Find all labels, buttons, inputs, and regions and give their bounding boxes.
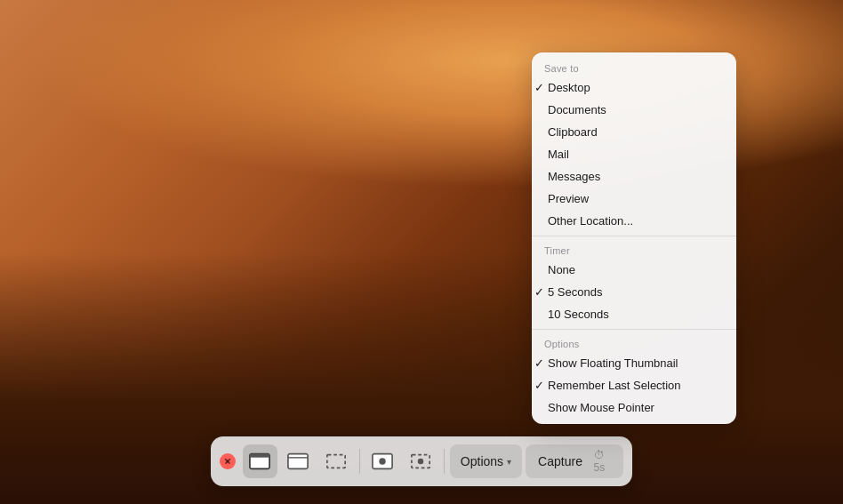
record-selected-portion-icon — [410, 452, 431, 470]
capture-entire-screen-button[interactable] — [243, 444, 277, 478]
capture-selected-portion-button[interactable] — [319, 444, 354, 478]
options-dropdown: Save to ✓ Desktop Documents Clipboard Ma… — [532, 52, 736, 424]
menu-label-show-thumbnail: Show Floating Thumbnail — [548, 356, 678, 370]
menu-label-show-pointer: Show Mouse Pointer — [548, 401, 654, 414]
menu-item-other-location[interactable]: Other Location... — [532, 210, 736, 232]
menu-item-5-seconds[interactable]: ✓ 5 Seconds — [532, 281, 736, 303]
menu-label-documents: Documents — [548, 103, 606, 116]
capture-selected-window-icon — [287, 452, 309, 470]
options-header: Options — [532, 333, 736, 352]
menu-label-messages: Messages — [548, 170, 600, 183]
toolbar-divider-2 — [444, 449, 445, 474]
menu-label-5-seconds: 5 Seconds — [548, 285, 602, 299]
menu-label-none: None — [548, 263, 575, 276]
record-entire-screen-button[interactable] — [365, 444, 400, 478]
checkmark-desktop: ✓ — [532, 81, 546, 94]
menu-item-clipboard[interactable]: Clipboard — [532, 121, 736, 143]
menu-item-messages[interactable]: Messages — [532, 165, 736, 188]
menu-label-preview: Preview — [548, 192, 589, 205]
svg-point-9 — [418, 459, 423, 464]
svg-rect-3 — [288, 454, 308, 469]
checkmark-show-thumbnail: ✓ — [532, 356, 546, 370]
options-label: Options — [461, 454, 503, 468]
menu-item-show-thumbnail[interactable]: ✓ Show Floating Thumbnail — [532, 352, 736, 374]
capture-selected-window-button[interactable] — [281, 444, 316, 478]
record-selected-portion-button[interactable] — [404, 444, 438, 478]
menu-item-remember-selection[interactable]: ✓ Remember Last Selection — [532, 374, 736, 396]
checkmark-remember-selection: ✓ — [532, 379, 546, 392]
menu-label-10-seconds: 10 Seconds — [548, 308, 609, 321]
capture-button[interactable]: Capture ⏱ 5s — [526, 444, 623, 478]
menu-item-mail[interactable]: Mail — [532, 143, 736, 165]
menu-label-mail: Mail — [548, 148, 569, 161]
menu-label-clipboard: Clipboard — [548, 125, 598, 139]
record-entire-screen-icon — [372, 452, 393, 470]
toolbar-divider-1 — [359, 449, 360, 474]
options-chevron-icon: ▾ — [507, 457, 511, 467]
svg-rect-2 — [250, 454, 269, 458]
menu-item-documents[interactable]: Documents — [532, 99, 736, 121]
capture-label: Capture — [538, 454, 582, 468]
menu-item-10-seconds[interactable]: 10 Seconds — [532, 303, 736, 325]
menu-label-desktop: Desktop — [548, 81, 590, 94]
menu-item-none[interactable]: None — [532, 259, 736, 281]
options-button[interactable]: Options ▾ — [450, 444, 522, 478]
svg-point-7 — [380, 458, 386, 464]
separator-2 — [532, 329, 736, 330]
menu-item-preview[interactable]: Preview — [532, 188, 736, 210]
menu-item-show-pointer[interactable]: Show Mouse Pointer — [532, 396, 736, 419]
capture-timer: ⏱ 5s — [588, 449, 611, 474]
menu-label-other-location: Other Location... — [548, 214, 633, 228]
separator-1 — [532, 236, 736, 236]
save-to-header: Save to — [532, 58, 736, 76]
capture-selected-portion-icon — [325, 452, 347, 470]
screenshot-toolbar: Options ▾ Capture ⏱ 5s — [211, 436, 632, 486]
svg-rect-5 — [327, 455, 345, 468]
capture-entire-screen-icon — [249, 452, 270, 470]
timer-header: Timer — [532, 240, 736, 259]
checkmark-5-seconds: ✓ — [532, 285, 546, 299]
menu-item-desktop[interactable]: ✓ Desktop — [532, 76, 736, 99]
close-button[interactable] — [220, 453, 236, 469]
menu-label-remember-selection: Remember Last Selection — [548, 379, 681, 392]
